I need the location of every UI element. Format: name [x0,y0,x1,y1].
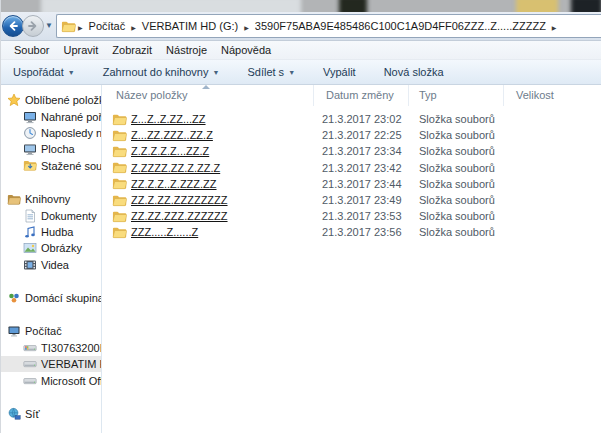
command-toolbar: Uspořádat▼Zahrnout do knihovny▼Sdílet s▼… [1,60,601,85]
column-header-date[interactable]: Datum změny [314,85,409,106]
navigation-pane: Oblíbené položkyNahrané pořadNaposledy n… [1,85,102,433]
file-name-cell[interactable]: ZZ.ZZ.ZZZ.ZZZZZZ [102,209,314,223]
file-name: Z.ZZZZ.ZZ.Z.ZZ.Z [131,162,220,174]
breadcrumb-folder-icon [61,20,76,33]
toolbar-item-nova-slozka[interactable]: Nová složka [380,64,448,80]
sidebar-item-label: Síť [25,408,40,420]
menu-item-zobrazit[interactable]: Zobrazit [105,42,159,58]
sidebar-item-label: Hudba [41,226,73,238]
breadcrumb-separator-icon: ▶ [77,25,84,31]
sidebar-item-stazene-soubor[interactable]: Stažené soubor [1,158,101,174]
file-name-cell[interactable]: ZZ.Z.ZZ.ZZZZZZZZ [102,193,314,207]
file-name-cell[interactable]: Z.Z.Z.Z.Z...ZZ.Z [102,144,314,158]
sidebar-item-sit[interactable]: Síť [1,406,101,422]
file-row[interactable]: ZZZ.....Z......Z21.3.2017 23:56Složka so… [102,224,601,240]
file-name-cell[interactable]: Z...ZZ.ZZZ..ZZ.Z [102,128,314,142]
column-header-label: Velikost [516,89,554,101]
file-type: Složka souborů [409,113,504,125]
sidebar-item-domaci-skupina[interactable]: Domácí skupina [1,290,101,306]
sidebar-item-oblibene-polozky[interactable]: Oblíbené položky [1,92,101,108]
file-row[interactable]: ZZ.Z.Z..Z.ZZZ.ZZ21.3.2017 23:44Složka so… [102,176,601,192]
menu-item-napoveda[interactable]: Nápověda [214,42,278,58]
file-list-pane: Název položky Datum změny Typ Velikost Z… [102,85,601,433]
toolbar-item-zahrnout-do-knihovny[interactable]: Zahrnout do knihovny▼ [99,64,224,80]
menu-item-upravit[interactable]: Upravit [56,42,105,58]
file-name-cell[interactable]: Z...Z..Z.ZZ...ZZ [102,112,314,126]
breadcrumb-separator-icon: ▶ [130,25,137,31]
folder-icon [112,209,127,223]
sidebar-item-knihovny[interactable]: Knihovny [1,191,101,207]
sidebar-item-hudba[interactable]: Hudba [1,224,101,240]
file-type: Složka souborů [409,162,504,174]
toolbar-item-usporadat[interactable]: Uspořádat▼ [9,64,79,80]
toolbar-item-label: Uspořádat [13,66,64,78]
sidebar-item-label: Nahrané pořad [41,111,101,123]
toolbar-item-label: Vypálit [323,66,356,78]
column-header-size[interactable]: Velikost [504,85,584,106]
file-row[interactable]: Z.Z.Z.Z.Z...ZZ.Z21.3.2017 23:34Složka so… [102,143,601,159]
sidebar-item-label: Oblíbené položky [25,94,101,106]
sidebar-item-label: Videa [41,259,69,271]
file-row[interactable]: ZZ.ZZ.ZZZ.ZZZZZZ21.3.2017 23:53Složka so… [102,208,601,224]
column-header-label: Typ [419,89,437,101]
menu-item-nastroje[interactable]: Nástroje [159,42,214,58]
sidebar-item-ti30763200b-c[interactable]: TI30763200B (C [1,340,101,356]
menu-item-soubor[interactable]: Soubor [7,42,56,58]
sidebar-item-plocha[interactable]: Plocha [1,141,101,157]
column-header-label: Datum změny [326,89,394,101]
folder-icon [112,193,127,207]
column-header-type[interactable]: Typ [409,85,504,106]
sidebar-item-naposledy-navs[interactable]: Naposledy navš [1,125,101,141]
toolbar-item-vypalit[interactable]: Vypálit [319,64,360,80]
arrow-left-icon [7,20,19,32]
file-list: Z...Z..Z.ZZ...ZZ21.3.2017 23:02Složka so… [102,106,601,241]
file-name-cell[interactable]: ZZ.Z.Z..Z.ZZZ.ZZ [102,177,314,191]
sidebar-item-obrazky[interactable]: Obrázky [1,240,101,256]
background-blur [339,0,367,12]
file-row[interactable]: Z...ZZ.ZZZ..ZZ.Z21.3.2017 22:25Složka so… [102,127,601,143]
sidebar-item-verbatim-hd[interactable]: VERBATIM HD ( [1,356,101,372]
recent-places-icon [22,126,37,140]
toolbar-item-label: Zahrnout do knihovny [103,66,209,78]
file-type: Složka souborů [409,145,504,157]
file-row[interactable]: ZZ.Z.ZZ.ZZZZZZZZ21.3.2017 23:49Složka so… [102,192,601,208]
history-dropdown-chevron-icon[interactable]: ▼ [45,22,53,30]
background-blur [41,0,301,12]
back-button[interactable] [2,15,24,37]
toolbar-item-label: Sdílet s [247,66,284,78]
videos-icon [22,258,37,272]
breadcrumb-item-verbatim-hd-g[interactable]: VERBATIM HD (G:) [137,20,243,32]
file-type: Složka souborů [409,129,504,141]
sidebar-item-dokumenty[interactable]: Dokumenty [1,207,101,223]
toolbar-item-sdilet-s[interactable]: Sdílet s▼ [243,64,299,80]
forward-button[interactable] [22,15,44,37]
music-icon [22,225,37,239]
breadcrumb-item-3590f75aba9e485486c100c1a9d4ff06zzz-z-zzzzz[interactable]: 3590F75ABA9E485486C100C1A9D4FF06ZZZ..Z..… [250,20,551,32]
sidebar-item-label: TI30763200B (C [41,342,101,354]
file-date-modified: 21.3.2017 23:02 [314,113,409,125]
file-row[interactable]: Z...Z..Z.ZZ...ZZ21.3.2017 23:02Složka so… [102,111,601,127]
sidebar-item-videa[interactable]: Videa [1,257,101,273]
sidebar-item-nahrane-porad[interactable]: Nahrané pořad [1,108,101,124]
os-drive-icon [22,341,37,355]
sidebar-section-oblibene-polozky: Oblíbené položkyNahrané pořadNaposledy n… [1,92,101,174]
file-row[interactable]: Z.ZZZZ.ZZ.Z.ZZ.Z21.3.2017 23:42Složka so… [102,160,601,176]
column-header-label: Název položky [116,89,188,101]
file-name-cell[interactable]: ZZZ.....Z......Z [102,225,314,239]
file-date-modified: 21.3.2017 23:34 [314,145,409,157]
sidebar-item-pocitac[interactable]: Počítač [1,323,101,339]
sidebar-item-label: Počítač [25,325,62,337]
breadcrumb-item-pocitac[interactable]: Počítač [84,20,131,32]
column-header-name[interactable]: Název položky [102,85,314,106]
homegroup-icon [6,291,21,305]
address-bar[interactable]: ▶Počítač▶VERBATIM HD (G:)▶3590F75ABA9E48… [56,14,601,38]
network-icon [6,407,21,421]
file-name-cell[interactable]: Z.ZZZZ.ZZ.Z.ZZ.Z [102,161,314,175]
file-date-modified: 21.3.2017 23:49 [314,194,409,206]
sidebar-item-label: VERBATIM HD ( [41,358,101,370]
sidebar-section-pocitac: PočítačTI30763200B (CVERBATIM HD (Micros… [1,323,101,389]
file-date-modified: 21.3.2017 23:44 [314,178,409,190]
sidebar-item-microsoft-offic[interactable]: Microsoft Offic [1,372,101,388]
file-name: ZZ.ZZ.ZZZ.ZZZZZZ [131,210,228,222]
dropdown-arrow-icon: ▼ [213,69,220,76]
